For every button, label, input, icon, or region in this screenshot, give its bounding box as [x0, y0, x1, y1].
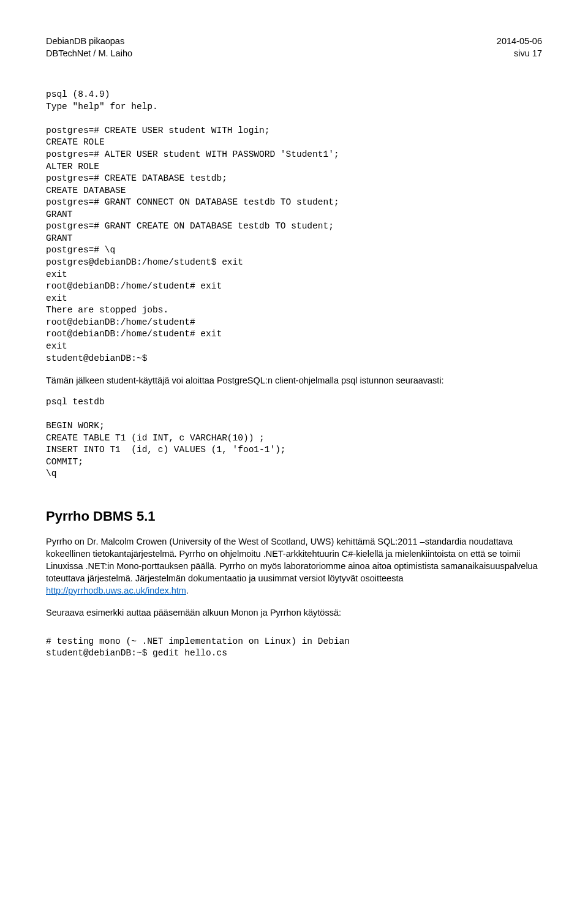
paragraph-after-session: Tämän jälkeen student-käyttäjä voi aloit…: [46, 374, 542, 387]
pyrrho-desc-text-pre: Pyrrho on Dr. Malcolm Crowen (University…: [46, 537, 538, 583]
paragraph-pyrrho-example-intro: Seuraava esimerkki auttaa pääsemään alku…: [46, 606, 542, 619]
section-heading-pyrrho: Pyrrho DBMS 5.1: [46, 507, 542, 526]
header-right-2: sivu 17: [514, 48, 542, 60]
pyrrho-link[interactable]: http://pyrrhodb.uws.ac.uk/index.htm: [46, 586, 186, 595]
code-block-psql-session: psql (8.4.9) Type "help" for help. postg…: [46, 89, 542, 364]
code-block-mono-test: # testing mono (~ .NET implementation on…: [46, 636, 542, 660]
header-left-1: DebianDB pikaopas: [46, 36, 124, 48]
paragraph-pyrrho-desc: Pyrrho on Dr. Malcolm Crowen (University…: [46, 535, 542, 597]
pyrrho-desc-text-post: .: [186, 586, 189, 595]
code-block-psql-testdb: psql testdb BEGIN WORK; CREATE TABLE T1 …: [46, 396, 542, 480]
header-left-2: DBTechNet / M. Laiho: [46, 48, 132, 60]
header-right-1: 2014-05-06: [497, 36, 542, 48]
